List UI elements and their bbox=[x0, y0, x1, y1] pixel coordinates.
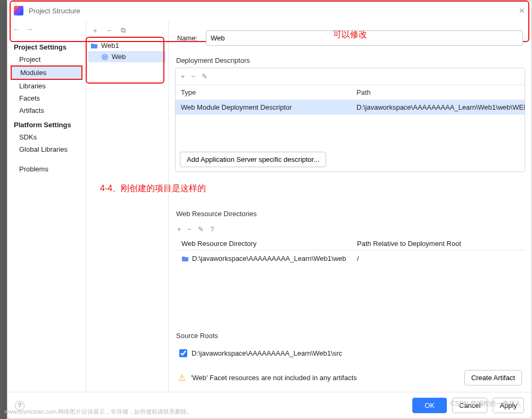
add-icon[interactable]: + bbox=[92, 27, 99, 35]
copy-icon[interactable]: ⧉ bbox=[119, 26, 127, 35]
nav-artifacts[interactable]: Artifacts bbox=[7, 104, 86, 117]
nav-modules[interactable]: Modules bbox=[11, 65, 82, 80]
nav-history: ← → bbox=[7, 22, 86, 39]
help-icon[interactable]: ? bbox=[210, 225, 214, 233]
add-descriptor-button[interactable]: Add Application Server specific descript… bbox=[180, 152, 326, 167]
nav-libraries[interactable]: Libraries bbox=[7, 80, 86, 92]
col-dir: Web Resource Directory bbox=[176, 237, 352, 250]
source-root-checkbox[interactable] bbox=[179, 349, 187, 357]
project-structure-dialog: Project Structure ✕ ← → Project Settings… bbox=[7, 0, 532, 419]
add-icon[interactable]: + bbox=[177, 225, 181, 233]
left-nav: ← → Project Settings Project Modules Lib… bbox=[7, 21, 86, 392]
nav-project[interactable]: Project bbox=[7, 53, 86, 65]
watermark-toymoban: www.toymoban.com 网络图片仅供展示，非存储，如有侵权请联系删除。 bbox=[4, 408, 193, 416]
ok-button[interactable]: OK bbox=[412, 398, 447, 413]
cell-type: Web Module Deployment Descriptor bbox=[176, 100, 351, 114]
titlebar: Project Structure ✕ bbox=[7, 1, 531, 21]
tree-toolbar: + − ⧉ bbox=[86, 21, 168, 39]
tree-label: Web1 bbox=[101, 42, 119, 50]
cell-path: D:\javaworkspace\AAAAAAAAA_Learn\Web1\we… bbox=[351, 100, 525, 114]
name-label: Name: bbox=[177, 34, 201, 42]
nav-problems[interactable]: Problems bbox=[7, 163, 86, 175]
edit-icon[interactable]: ✎ bbox=[202, 72, 207, 80]
module-tree-panel: + − ⧉ Web1 Web bbox=[86, 21, 169, 392]
deployment-heading: Deployment Descriptors bbox=[175, 53, 525, 68]
cell-rel: / bbox=[352, 252, 524, 265]
warning-icon: ⚠ bbox=[178, 373, 186, 383]
tree-node-web[interactable]: Web bbox=[88, 51, 166, 62]
nav-sdks[interactable]: SDKs bbox=[7, 131, 86, 143]
window-title: Project Structure bbox=[29, 7, 80, 15]
wrd-panel: + − ✎ ? Web Resource Directory Path Rela… bbox=[175, 221, 525, 328]
facet-editor: 可以修改 Name: Deployment Descriptors + − ✎ … bbox=[169, 21, 531, 392]
folder-icon bbox=[181, 256, 189, 262]
remove-icon[interactable]: − bbox=[192, 72, 196, 80]
name-input[interactable] bbox=[206, 30, 523, 46]
src-heading: Source Roots bbox=[175, 328, 525, 343]
forward-icon[interactable]: → bbox=[26, 25, 33, 34]
cell-dir: D:\javaworkspace\AAAAAAAAA_Learn\Web1\we… bbox=[192, 254, 346, 262]
create-artifact-button[interactable]: Create Artifact bbox=[464, 370, 522, 385]
back-icon[interactable]: ← bbox=[13, 25, 20, 34]
tree-node-web1[interactable]: Web1 bbox=[88, 40, 166, 51]
col-type: Type bbox=[176, 85, 351, 100]
col-path: Path bbox=[351, 85, 525, 100]
source-roots-panel: D:\javaworkspace\AAAAAAAAA_Learn\Web1\sr… bbox=[175, 343, 525, 364]
add-icon[interactable]: + bbox=[181, 72, 185, 80]
close-icon[interactable]: ✕ bbox=[519, 6, 525, 15]
annotation-mid: 4-4、刚创建的项目是这样的 bbox=[100, 183, 206, 194]
section-platform-settings: Platform Settings bbox=[7, 117, 86, 131]
table-row[interactable]: D:\javaworkspace\AAAAAAAAA_Learn\Web1\we… bbox=[176, 250, 524, 267]
web-facet-icon bbox=[101, 54, 109, 60]
warning-bar: ⚠ 'Web' Facet resources are not included… bbox=[175, 364, 525, 392]
deployment-panel: + − ✎ Type Path Web Module Deployment De… bbox=[175, 68, 525, 172]
module-icon bbox=[90, 43, 98, 49]
col-rel: Path Relative to Deployment Root bbox=[352, 237, 524, 250]
source-root-path: D:\javaworkspace\AAAAAAAAA_Learn\Web1\sr… bbox=[192, 349, 342, 357]
background-edge bbox=[0, 0, 7, 419]
nav-facets[interactable]: Facets bbox=[7, 92, 86, 104]
name-row: 可以修改 Name: bbox=[175, 25, 525, 53]
watermark-csdn: CSDN @编程的一拳超人 bbox=[450, 399, 521, 408]
nav-global-libraries[interactable]: Global Libraries bbox=[7, 143, 86, 155]
table-row[interactable]: Web Module Deployment Descriptor D:\java… bbox=[176, 100, 525, 114]
remove-icon[interactable]: − bbox=[188, 225, 192, 233]
intellij-logo-icon bbox=[14, 6, 23, 15]
wrd-heading: Web Resource Directories bbox=[175, 207, 525, 221]
deploy-table-header: Type Path bbox=[176, 85, 525, 100]
warning-text: 'Web' Facet resources are not included i… bbox=[191, 374, 357, 382]
tree-label: Web bbox=[112, 53, 126, 61]
remove-icon[interactable]: − bbox=[105, 27, 113, 35]
section-project-settings: Project Settings bbox=[7, 39, 86, 53]
edit-icon[interactable]: ✎ bbox=[198, 225, 204, 233]
source-root-row[interactable]: D:\javaworkspace\AAAAAAAAA_Learn\Web1\sr… bbox=[176, 345, 524, 362]
